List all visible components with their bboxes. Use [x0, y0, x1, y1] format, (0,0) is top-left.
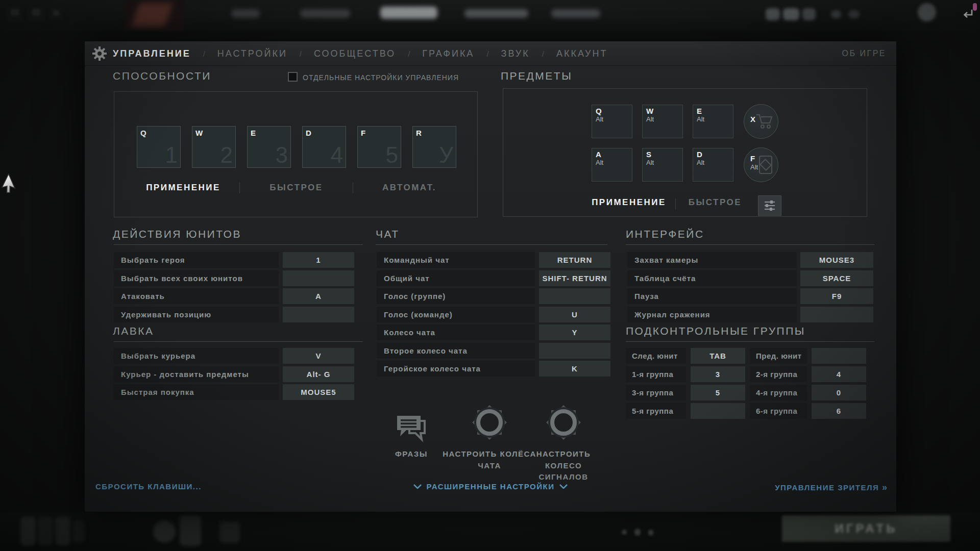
about-game-link[interactable]: ОБ ИГРЕ [842, 41, 886, 66]
ability-key-label: D [306, 129, 311, 137]
signal-wheel-label: НАСТРОИТЬ КОЛЕСО СИГНАЛОВ [525, 448, 602, 483]
keybind-value[interactable] [539, 288, 610, 304]
keybind-value[interactable] [283, 270, 354, 286]
interface-title: ИНТЕРФЕЙС [626, 228, 704, 240]
keybind-row: Геройское колесо чата K [377, 361, 610, 377]
keybind-value[interactable]: A [283, 288, 354, 304]
ability-key-label: W [195, 129, 203, 137]
abilities-box: Q 1 W 2 E 3 D 4 F [114, 91, 478, 217]
group-keybind-value[interactable]: 5 [691, 385, 745, 400]
keybind-value[interactable] [539, 343, 610, 359]
ability-slot[interactable]: D 4 [302, 126, 346, 168]
keybind-value[interactable]: SPACE [800, 270, 873, 286]
party-slot-blurred [20, 517, 36, 545]
item-settings-button[interactable] [758, 195, 781, 216]
phrases-button[interactable]: ФРАЗЫ [378, 393, 445, 460]
item-key-label: S [646, 150, 651, 159]
top-left-icon [28, 4, 45, 21]
settings-tab[interactable]: СООБЩЕСТВО [314, 48, 396, 59]
ability-slot[interactable]: E 3 [247, 126, 291, 168]
tab-divider [239, 182, 240, 193]
keybind-value[interactable] [800, 307, 873, 322]
item-mod-label: Alt [697, 159, 704, 166]
item-mod-label: Alt [646, 115, 654, 123]
item-cast-tab[interactable]: ПРИМЕНЕНИЕ [591, 197, 667, 208]
unit-actions-title: ДЕЙСТВИЯ ЮНИТОВ [113, 228, 241, 240]
item-circle-slot-tp[interactable]: F Alt [744, 147, 778, 182]
keybind-label: Пауза [627, 288, 797, 304]
group-keybind-value[interactable]: 3 [691, 366, 745, 382]
keybind-label: Выбрать всех своих юнитов [114, 270, 279, 286]
settings-tab[interactable]: ЗВУК [501, 48, 530, 59]
settings-tab[interactable]: ГРАФИКА [422, 48, 474, 59]
keybind-value[interactable]: Y [539, 324, 610, 340]
settings-tabs: УПРАВЛЕНИЕ / НАСТРОЙКИ / СООБЩЕСТВО / ГР… [113, 41, 608, 66]
keybind-value[interactable]: MOUSE3 [800, 252, 873, 268]
keybind-value[interactable]: SHIFT- RETURN [539, 270, 610, 286]
ability-slot[interactable]: W 2 [192, 126, 236, 168]
tab-separator: / [300, 49, 302, 58]
settings-tab[interactable]: АККАУНТ [556, 48, 608, 59]
ability-cast-tab[interactable]: АВТОМАТ. [361, 183, 458, 193]
settings-header: УПРАВЛЕНИЕ / НАСТРОЙКИ / СООБЩЕСТВО / ГР… [85, 41, 896, 66]
group-keybind-value[interactable]: 6 [812, 403, 866, 419]
ability-key-label: E [251, 129, 256, 137]
group-keybind-value[interactable] [691, 403, 745, 419]
item-cast-tab[interactable]: БЫСТРОЕ [687, 197, 743, 208]
settings-tab[interactable]: НАСТРОЙКИ [217, 48, 287, 59]
item-slot[interactable]: D Alt [693, 148, 733, 182]
keybind-value[interactable]: Alt- G [283, 366, 354, 382]
party-slot-blurred [72, 520, 85, 543]
shop-title: ЛАВКА [113, 325, 154, 337]
item-key-label: F [750, 154, 755, 163]
keybind-value[interactable] [283, 307, 354, 322]
ability-key-label: F [361, 129, 365, 137]
ability-cast-tab[interactable]: ПРИМЕНЕНИЕ [135, 183, 232, 193]
separate-controls-checkbox[interactable] [288, 72, 298, 82]
item-circle-slot[interactable]: X [744, 104, 778, 139]
spectator-controls-link[interactable]: УПРАВЛЕНИЕ ЗРИТЕЛЯ » [775, 482, 887, 493]
keybind-value[interactable]: F9 [800, 288, 873, 304]
item-slot[interactable]: A Alt [592, 148, 632, 182]
group-label: Пред. юнит [750, 348, 807, 364]
ability-slot[interactable]: Q 1 [137, 126, 181, 168]
group-keybind-value[interactable]: TAB [691, 348, 745, 364]
keybind-value[interactable]: MOUSE5 [283, 384, 354, 400]
item-slot[interactable]: Q Alt [592, 105, 632, 138]
hud-glyph-blurred [648, 530, 653, 536]
item-slot[interactable]: W Alt [642, 105, 683, 138]
hero-slot-blurred [180, 515, 201, 546]
section-divider [626, 244, 874, 245]
ability-key-label: Q [140, 129, 146, 137]
section-divider [376, 244, 607, 245]
chat-wheel-icon [470, 403, 509, 442]
settings-tab[interactable]: УПРАВЛЕНИЕ [113, 48, 191, 59]
ability-slot[interactable]: F 5 [357, 126, 401, 168]
keybind-value[interactable]: V [283, 348, 354, 364]
signal-wheel-settings-button[interactable]: НАСТРОИТЬ КОЛЕСО СИГНАЛОВ [525, 393, 602, 483]
keybind-value[interactable]: 1 [283, 252, 354, 268]
chat-wheel-settings-button[interactable]: НАСТРОИТЬ КОЛЁСА ЧАТА [442, 393, 537, 471]
keybind-label: Общий чат [377, 270, 535, 286]
advanced-settings-label: РАСШИРЕННЫЕ НАСТРОЙКИ [427, 482, 555, 491]
play-button[interactable]: ИГРАТЬ [782, 515, 950, 542]
nav-item-blurred [464, 9, 528, 18]
hud-glyph-blurred [622, 530, 627, 535]
items-box: Q Alt W Alt E Alt X [503, 88, 867, 217]
keybind-label: Курьер - доставить предметы [114, 366, 279, 382]
item-mod-label: Alt [697, 115, 704, 123]
double-arrow-icon: » [882, 482, 887, 492]
keybind-row: Колесо чата Y [377, 324, 610, 340]
group-keybind-value[interactable]: 4 [812, 366, 866, 382]
tab-divider [675, 198, 676, 210]
keybind-value[interactable]: K [539, 361, 610, 377]
item-slot[interactable]: E Alt [693, 105, 733, 138]
group-keybind-value[interactable] [812, 348, 866, 364]
group-keybind-value[interactable]: 0 [812, 385, 866, 400]
item-slot[interactable]: S Alt [642, 148, 683, 182]
keybind-value[interactable]: U [539, 307, 610, 322]
keybind-value[interactable]: RETURN [539, 252, 610, 268]
ability-slot[interactable]: R У [412, 126, 456, 168]
ability-cast-tab[interactable]: БЫСТРОЕ [248, 183, 345, 193]
top-left-icon [6, 4, 23, 21]
